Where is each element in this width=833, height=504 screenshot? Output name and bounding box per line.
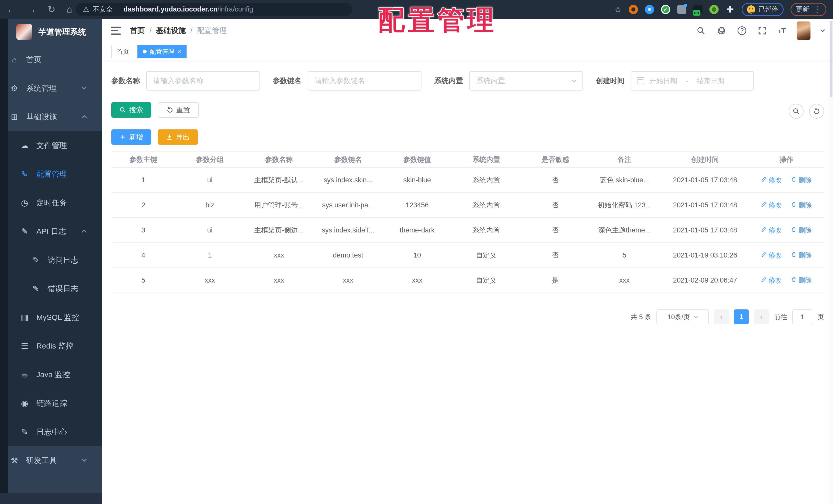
sidebar-item-13[interactable]: ✎ 日志中心 (0, 418, 102, 446)
sidebar-item-12[interactable]: ◉ 链路追踪 (0, 389, 102, 418)
page-size-select[interactable]: 10条/页 (657, 309, 709, 324)
date-range-picker[interactable]: 开始日期 - 结束日期 (630, 71, 754, 91)
browser-update-button[interactable]: 更新 ⋮ (790, 3, 826, 16)
toggle-search-icon[interactable] (789, 104, 804, 119)
sidebar-item-0[interactable]: ⌂ 首页 (0, 45, 102, 74)
current-page-button[interactable]: 1 (734, 309, 749, 324)
kebab-menu-icon[interactable]: ⋮ (813, 5, 821, 14)
tab-label: 首页 (117, 48, 129, 56)
tabs-bar: 首页 配置管理 × (102, 43, 833, 61)
add-button[interactable]: 新增 (111, 129, 151, 145)
extension-grey-icon[interactable] (677, 5, 686, 14)
search-button[interactable]: 搜索 (111, 102, 151, 118)
fullscreen-icon[interactable] (758, 26, 767, 35)
delete-link[interactable]: 删除 (791, 276, 812, 285)
edit-link[interactable]: 修改 (761, 201, 782, 210)
user-avatar[interactable] (797, 22, 810, 40)
cell-key: xxx (313, 276, 383, 284)
type-select[interactable]: 系统内置 (469, 71, 583, 91)
github-icon[interactable] (717, 26, 726, 35)
key-input[interactable] (308, 71, 422, 91)
infra-icon: ⊞ (9, 112, 20, 122)
extension-pin-icon[interactable] (645, 5, 654, 14)
back-icon[interactable]: ← (7, 5, 16, 14)
help-icon[interactable]: ? (737, 26, 747, 35)
delete-link[interactable]: 删除 (791, 226, 812, 235)
cell-created: 2021-02-09 20:06:47 (659, 276, 751, 284)
edit-link[interactable]: 修改 (761, 276, 782, 285)
column-header-6: 是否敏感 (521, 155, 590, 164)
sidebar-item-10[interactable]: ☰ Redis 监控 (0, 332, 102, 360)
column-header-5: 系统内置 (452, 155, 521, 164)
prev-page-button[interactable]: ‹ (714, 309, 729, 324)
address-bar[interactable]: ⚠ 不安全 dashboard.yudao.iocoder.cn/infra/c… (76, 3, 352, 16)
goto-page-input[interactable] (792, 309, 812, 324)
name-input[interactable] (146, 71, 260, 91)
next-page-button[interactable]: › (754, 309, 769, 324)
export-button[interactable]: 导出 (158, 129, 198, 145)
edit-link[interactable]: 修改 (761, 226, 782, 235)
breadcrumb-item-0[interactable]: 首页 (130, 26, 145, 36)
reset-button[interactable]: 重置 (158, 102, 199, 118)
name-label: 参数名称 (111, 76, 140, 86)
breadcrumb-item-1[interactable]: 基础设施 (156, 26, 186, 36)
sidebar-item-2[interactable]: ⊞ 基础设施 (0, 103, 102, 131)
scrollbar[interactable] (829, 19, 833, 504)
search-icon[interactable] (696, 26, 706, 35)
refresh-icon[interactable] (809, 104, 824, 119)
delete-link[interactable]: 删除 (791, 176, 812, 185)
sidebar-item-4[interactable]: ✎ 配置管理 (0, 160, 102, 188)
tab-1[interactable]: 配置管理 × (138, 45, 187, 58)
cell-actions: 修改 删除 (751, 176, 822, 185)
sidebar-logo-row[interactable]: 芋道管理系统 (0, 19, 102, 45)
sidebar-item-6[interactable]: ✎ API 日志 (0, 217, 102, 246)
cell-type: 系统内置 (452, 226, 521, 235)
cell-key: demo.test (313, 251, 383, 259)
forward-icon[interactable]: → (27, 5, 36, 14)
sidebar-item-3[interactable]: ☁ 文件管理 (0, 131, 102, 160)
edit-icon (761, 176, 767, 184)
tab-0[interactable]: 首页 (111, 45, 134, 58)
edit-icon (761, 251, 767, 259)
delete-link[interactable]: 删除 (791, 201, 812, 210)
fontsize-icon[interactable]: TT (778, 26, 786, 35)
home-icon[interactable]: ⌂ (67, 5, 72, 14)
chevron-down-icon (81, 84, 87, 90)
edit-link[interactable]: 修改 (761, 176, 782, 185)
extension-monkey-icon[interactable] (709, 5, 719, 14)
total-count: 共 5 条 (630, 312, 651, 322)
chevron-down-icon (694, 314, 698, 318)
start-date-placeholder: 开始日期 (649, 76, 677, 85)
table-row-3: 41xxxdemo.test10自定义否52021-01-19 03:10:26… (111, 243, 824, 268)
extension-orange-icon[interactable] (629, 5, 638, 14)
log-icon: ✎ (20, 427, 30, 437)
table-toolbar (789, 104, 824, 119)
sidebar-item-label: 配置管理 (36, 169, 67, 179)
sidebar-item-5[interactable]: ◷ 定时任务 (0, 188, 102, 217)
bookmark-star-icon[interactable]: ☆ (614, 4, 622, 15)
cell-name: xxx (244, 251, 313, 259)
chevron-down-icon[interactable] (821, 28, 825, 32)
extension-check-icon[interactable]: ✓ (661, 5, 670, 14)
edit-link[interactable]: 修改 (761, 251, 782, 260)
cell-group: ui (175, 176, 244, 184)
sidebar: 芋道管理系统 ⌂ 首页 ⚙ 系统管理 ⊞ 基础设施 ☁ 文件管理 ✎ 配置管理 … (0, 19, 102, 504)
sidebar-item-label: 日志中心 (36, 427, 67, 437)
extensions-puzzle-icon[interactable]: ✚ (725, 5, 735, 14)
sidebar-item-14[interactable]: ⚒ 研发工具 (0, 446, 102, 475)
breadcrumb-item-2[interactable]: 配置管理 (197, 26, 227, 36)
sidebar-item-8[interactable]: ✎ 错误日志 (0, 274, 102, 303)
extension-translate-icon[interactable]: cn (693, 5, 703, 14)
sidebar-item-9[interactable]: ▥ MySQL 监控 (0, 303, 102, 332)
close-icon[interactable]: × (177, 48, 181, 55)
reload-icon[interactable]: ↻ (48, 5, 55, 14)
sidebar-item-11[interactable]: ☕ Java 监控 (0, 360, 102, 389)
sidebar-item-label: API 日志 (36, 226, 66, 237)
delete-link[interactable]: 删除 (791, 251, 812, 260)
edit-icon (761, 201, 767, 209)
sidebar-item-1[interactable]: ⚙ 系统管理 (0, 74, 102, 103)
collapse-sidebar-icon[interactable] (111, 27, 121, 35)
sidebar-item-7[interactable]: ✎ 访问日志 (0, 246, 102, 274)
cell-created: 2021-01-05 17:03:48 (659, 176, 751, 184)
profile-paused-button[interactable]: 已暂停 (742, 3, 784, 16)
